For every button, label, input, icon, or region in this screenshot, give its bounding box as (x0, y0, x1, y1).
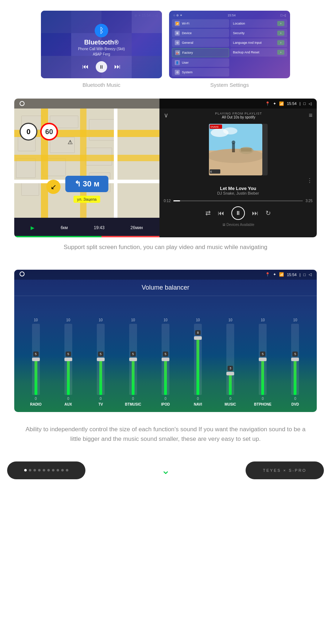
navigation-pane: 0 60 ⚠ ↙ ↰ 30 м ул. Зацепа ▶ 6км 19:43 2… (14, 99, 159, 237)
brand-logo: TEYES × S-PRO (246, 461, 324, 479)
current-speed: 0 (20, 123, 37, 141)
tab-dot-4[interactable] (38, 469, 41, 471)
settings-device-label: Device (182, 31, 226, 35)
btmusic-slider[interactable]: 5 (129, 324, 137, 395)
tab-dot-10[interactable] (66, 469, 68, 471)
svg-point-2 (223, 127, 237, 134)
music-controls[interactable]: ⇄ ⏮ ⏸ ⏭ ↻ (159, 205, 317, 222)
bt-next-btn[interactable]: ⏭ (114, 63, 121, 70)
bt-prev-btn[interactable]: ⏮ (82, 63, 89, 70)
volume-title-bar: Volume balancer (14, 280, 317, 296)
settings-backup[interactable]: Backup And Reset › (230, 48, 288, 57)
settings-wifi[interactable]: 📶 Wi-Fi (172, 19, 229, 28)
settings-system[interactable]: ⚙ System (172, 68, 229, 76)
btmusic-fill (132, 359, 135, 395)
volume-status-right: 📍 ✦ 📶 15:54 | □ ◁ (265, 272, 311, 277)
music-prev-icon[interactable]: ⏮ (218, 210, 224, 217)
music-play-btn[interactable]: ⏸ (231, 206, 245, 220)
music-devices-bar: 🖥 Devices Available (159, 222, 317, 228)
settings-device[interactable]: 🖥 Device (172, 29, 229, 37)
music-menu-icon[interactable]: ≡ (309, 112, 312, 119)
music-fill (229, 374, 232, 395)
album-art-peek (262, 124, 268, 175)
split-status-right: 📍 ✦ 📶 15:54 | □ ◁ (265, 101, 311, 106)
bt-play-btn[interactable]: ⏸ (96, 61, 107, 73)
nav-play-icon[interactable]: ▶ (31, 225, 35, 231)
music-more-icon[interactable]: ⋮ (307, 177, 312, 184)
music-progress-fill (173, 200, 180, 201)
settings-user[interactable]: 👤 User (172, 58, 229, 67)
settings-factory-label: Factory (182, 51, 226, 54)
tab-dot-1[interactable] (24, 469, 27, 471)
tab-dot-9[interactable] (61, 469, 64, 471)
bt-song-title: Phone Call With Breezy (Skit) (78, 46, 125, 52)
music-shuffle-icon[interactable]: ⇄ (205, 209, 211, 217)
map-road-v-3 (114, 109, 117, 228)
volume-section: 📍 ✦ 📶 15:54 | □ ◁ Volume balancer 10 5 (0, 266, 331, 416)
btmusic-handle[interactable] (129, 358, 137, 361)
radio-handle[interactable] (32, 358, 40, 361)
nav-street-name: ул. Зацепа (74, 196, 100, 203)
nav-distance: 6км (61, 225, 68, 230)
bt-controls[interactable]: ⏮ ⏸ ⏭ (82, 61, 121, 73)
music-next-icon[interactable]: ⏭ (252, 210, 258, 217)
btphone-fill (261, 359, 264, 395)
btphone-handle[interactable] (259, 358, 267, 361)
settings-factory[interactable]: 🏭 Factory (172, 48, 229, 57)
radio-slider[interactable]: 5 (32, 324, 40, 395)
tab-dot-5[interactable] (43, 469, 45, 471)
tv-handle[interactable] (97, 358, 105, 361)
aux-handle[interactable] (64, 358, 72, 361)
settings-security[interactable]: Security › (230, 29, 288, 37)
settings-general[interactable]: ⚙ General (172, 38, 229, 47)
tab-dot-2[interactable] (29, 469, 31, 471)
tv-slider[interactable]: 5 (97, 324, 105, 395)
btphone-slider[interactable]: 5 (259, 324, 267, 395)
navi-slider[interactable]: 8 (194, 324, 202, 395)
svg-point-4 (209, 149, 262, 163)
music-slider[interactable]: 3 (226, 324, 234, 395)
music-repeat-icon[interactable]: ↻ (266, 209, 271, 217)
security-arrow: › (277, 31, 284, 36)
speed-limit: 60 (40, 123, 58, 141)
settings-language[interactable]: Language And Input › (230, 38, 288, 47)
vol-loc-icon: 📍 (265, 272, 270, 277)
split-bt-icon: ✦ (273, 101, 276, 106)
dvd-slider[interactable]: 5 (291, 324, 299, 395)
music-device-icon: 🖥 (222, 223, 227, 227)
tab-dot-6[interactable] (47, 469, 50, 471)
tab-dot-3[interactable] (33, 469, 36, 471)
settings-user-label: User (182, 61, 226, 64)
aux-fill (67, 359, 70, 395)
volume-status-circle (20, 271, 25, 276)
aux-label: AUX (64, 402, 72, 406)
chevron-down-icon[interactable]: ⌄ (161, 464, 170, 476)
split-divider: | (299, 101, 300, 106)
settings-location[interactable]: Location › (230, 19, 288, 28)
security-label: Security (233, 31, 245, 35)
music-handle[interactable] (226, 372, 234, 375)
bottom-tab-indicator[interactable] (7, 461, 85, 479)
description-section: Ability to independently control the siz… (0, 416, 331, 454)
status-circle-icon (20, 101, 25, 106)
vol-time: 15:54 (287, 273, 297, 277)
music-chevron-icon[interactable]: ∨ (164, 111, 168, 119)
music-progress-bar[interactable] (173, 200, 303, 201)
brand-text: TEYES × S-PRO (263, 468, 306, 473)
aux-slider[interactable]: 5 (64, 324, 72, 395)
navi-fill (196, 338, 199, 395)
volume-sliders-area: 10 5 0 RADIO 10 5 0 AUX (14, 296, 317, 410)
navi-handle[interactable] (194, 336, 202, 340)
location-label: Location (233, 22, 245, 25)
device-icon: 🖥 (175, 31, 180, 36)
volume-channel-music: 10 3 0 MUSIC (214, 318, 247, 406)
tab-dot-7[interactable] (52, 469, 54, 471)
ipod-slider[interactable]: 5 (162, 324, 169, 395)
nav-center: ⌄ (161, 464, 170, 476)
ipod-handle[interactable] (162, 358, 169, 361)
vol-square-icon: □ (303, 273, 306, 277)
tab-dot-8[interactable] (57, 469, 59, 471)
dvd-handle[interactable] (291, 358, 299, 361)
btphone-label: BTPHONE (254, 402, 272, 406)
bluetooth-icon: ᛒ (95, 24, 108, 37)
